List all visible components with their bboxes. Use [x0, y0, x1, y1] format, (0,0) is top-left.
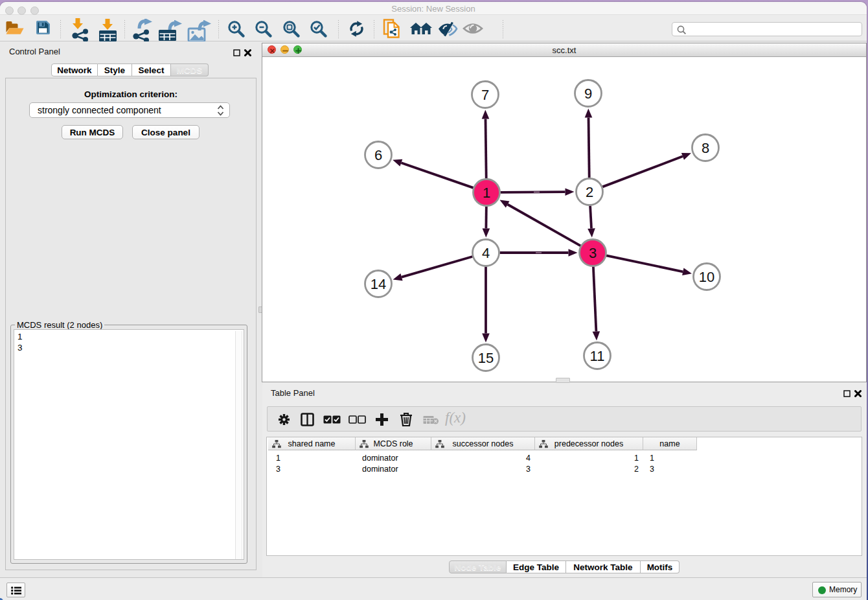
svg-text:14: 14 [371, 276, 386, 292]
svg-text:15: 15 [478, 350, 494, 366]
svg-text:7: 7 [481, 87, 489, 103]
svg-text:8: 8 [702, 140, 709, 156]
svg-text:6: 6 [374, 147, 382, 163]
svg-text:9: 9 [584, 86, 592, 102]
svg-text:10: 10 [699, 269, 714, 285]
svg-text:2: 2 [586, 184, 593, 200]
svg-text:1: 1 [483, 185, 490, 201]
svg-text:11: 11 [590, 348, 605, 364]
svg-text:4: 4 [482, 245, 490, 261]
svg-text:3: 3 [589, 245, 597, 261]
